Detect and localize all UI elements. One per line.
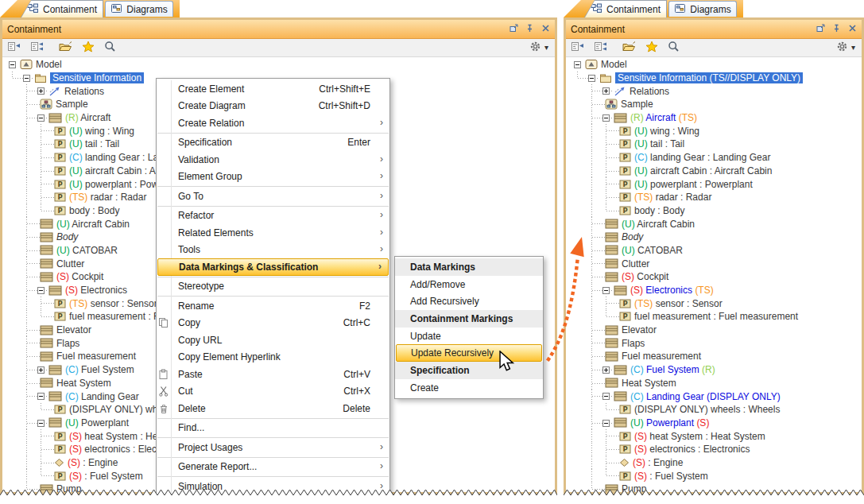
expand-expander[interactable] [37,366,45,374]
menu-item-refactor[interactable]: Refactor› [157,207,389,225]
search-icon[interactable] [668,41,680,55]
collapse-icon[interactable] [7,41,21,55]
collapse-expander[interactable] [588,75,595,82]
tree-row[interactable]: (R) Aircraft (TS) [571,111,862,125]
menu-item-copy[interactable]: CopyCtrl+C [157,315,389,332]
tree-row[interactable]: P(S) heat System : Heat System [571,429,862,443]
collapse-icon[interactable] [571,41,584,55]
menu-item-data-markings-classification[interactable]: Data Markings & Classification› [157,258,389,276]
tree-row[interactable]: Clutter [571,257,862,270]
tree-row[interactable]: P(TS) sensor : Sensor [571,297,862,310]
collapse-expander[interactable] [602,393,610,400]
tree-row[interactable]: Sample [571,98,862,111]
tree-row[interactable]: (S) : Engine [571,456,862,470]
tree-row[interactable]: Body [571,231,862,244]
expand-expander[interactable] [37,87,45,95]
tree-row[interactable]: (C) Landing Gear (DISPLAY ONLY) [571,390,862,403]
caret-down-icon[interactable]: ▾ [851,44,855,52]
float-icon[interactable] [816,24,825,35]
tree-row[interactable]: (S) Electronics (TS) [571,284,862,297]
caret-down-icon[interactable]: ▾ [544,44,548,52]
menu-item-update[interactable]: Update [395,328,543,345]
tree-row[interactable]: P(U) tail : Tail [571,138,862,151]
menu-item-find-[interactable]: Find... [157,420,389,437]
tree-row[interactable]: Elevator [571,324,862,337]
tree-row[interactable]: P(TS) radar : Radar [571,191,862,204]
close-icon[interactable] [541,24,550,35]
tree-row[interactable]: P(S) electronics : Electronics [571,443,862,456]
menu-item-add-recursively[interactable]: Add Recursively [395,293,543,310]
pin-icon[interactable] [832,24,841,35]
menu-item-go-to[interactable]: Go To› [157,188,389,205]
tree-row[interactable]: P(C) landing Gear : Landing Gear [571,151,862,165]
menu-item-rename[interactable]: RenameF2 [157,297,389,315]
menu-item-specification[interactable]: SpecificationEnter [157,134,389,152]
open-project-icon[interactable] [58,41,72,55]
menu-item-update-recursively[interactable]: Update Recursively [396,344,542,362]
collapse-expander[interactable] [574,61,581,68]
favorites-star-icon[interactable] [645,41,658,55]
tree-row[interactable]: P(U) powerplant : Powerplant [571,177,862,191]
open-project-icon[interactable] [622,41,636,55]
collapse-expander[interactable] [37,287,45,294]
tree-row[interactable]: (C) Fuel System (R) [571,363,862,377]
tree-row[interactable]: P(S) : Fuel System [571,469,862,483]
menu-item-stereotype[interactable]: Stereotype [157,278,389,296]
collapse-expander[interactable] [37,393,45,400]
tab-containment[interactable]: Containment [584,0,667,17]
collapse-expander[interactable] [37,420,45,427]
collapse-all-icon[interactable] [594,41,607,55]
gear-icon[interactable] [529,41,541,55]
tree-row[interactable]: (U) Aircraft Cabin [571,217,862,231]
menu-item-create-relation[interactable]: Create Relation› [157,114,389,132]
menu-item-cut[interactable]: CutCtrl+X [157,383,389,401]
tree-row[interactable]: Heat System [571,377,862,390]
collapse-expander[interactable] [37,114,45,122]
tree-row[interactable]: Sensitive Information (TS//DISPLAY ONLY) [571,72,862,85]
tree-row[interactable]: P(DISPLAY ONLY) wheels : Wheels [571,403,862,417]
menu-item-related-elements[interactable]: Related Elements› [157,224,389,242]
expand-expander[interactable] [602,87,610,95]
close-icon[interactable] [848,24,857,35]
tab-diagrams[interactable]: Diagrams [668,1,737,17]
search-icon[interactable] [104,41,116,55]
collapse-expander[interactable] [602,420,610,427]
menu-item-element-group[interactable]: Element Group› [157,169,389,186]
expand-expander[interactable] [602,366,610,374]
tree-row[interactable]: P(U) aircraft Cabin : Aircraft Cabin [571,165,862,178]
collapse-expander[interactable] [9,61,16,68]
tab-containment[interactable]: Containment [21,0,103,17]
menu-item-project-usages[interactable]: Project Usages› [157,439,389,456]
tree-row[interactable]: Fuel measurement [571,350,862,363]
tree-row[interactable]: Model [571,58,862,72]
tree-row[interactable]: Relations [571,84,862,98]
menu-item-add-remove[interactable]: Add/Remove [395,276,543,293]
menu-item-delete[interactable]: DeleteDelete [157,400,389,417]
tree-row[interactable]: Flaps [571,336,862,350]
float-icon[interactable] [509,24,518,35]
menu-item-copy-element-hyperlink[interactable]: Copy Element Hyperlink [157,349,389,366]
tree-row[interactable]: (S) Cockpit [571,270,862,284]
collapse-expander[interactable] [602,287,610,294]
gear-icon[interactable] [836,41,848,55]
collapse-expander[interactable] [602,114,610,122]
menu-item-generate-report-[interactable]: Generate Report...› [157,459,389,476]
collapse-expander[interactable] [23,75,30,82]
menu-item-paste[interactable]: PasteCtrl+V [157,366,389,383]
tree-row[interactable]: (U) CATOBAR [571,244,862,258]
menu-item-validation[interactable]: Validation› [157,151,389,169]
tree-row[interactable]: Pbody : Body [571,204,862,218]
menu-item-tools[interactable]: Tools› [157,242,389,259]
tree-row[interactable]: Pfuel measurement : Fuel measurement [571,310,862,324]
menu-item-copy-url[interactable]: Copy URL [157,331,389,349]
collapse-all-icon[interactable] [30,41,44,55]
tab-diagrams[interactable]: Diagrams [105,1,173,17]
tree-row[interactable]: P(U) wing : Wing [571,124,862,138]
menu-item-create-element[interactable]: Create ElementCtrl+Shift+E [157,80,389,98]
menu-item-create[interactable]: Create [395,379,543,397]
pin-icon[interactable] [525,24,534,35]
tree-row[interactable]: (U) Powerplant (S) [571,417,862,430]
tree-row[interactable]: Model [6,58,555,72]
favorites-star-icon[interactable] [82,41,95,55]
menu-item-create-diagram[interactable]: Create DiagramCtrl+Shift+D [157,98,389,115]
